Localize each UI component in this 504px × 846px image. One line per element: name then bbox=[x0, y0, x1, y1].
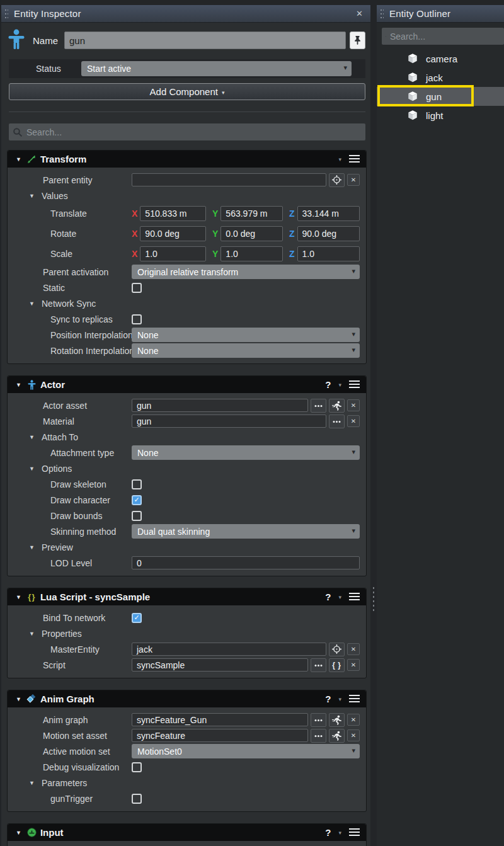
entity-list-item-light[interactable]: light bbox=[377, 106, 504, 125]
section-header[interactable]: ▼Input?▾ bbox=[8, 824, 366, 841]
entity-inspector-titlebar[interactable]: Entity Inspector ✕ bbox=[1, 5, 370, 23]
value-field[interactable]: gun bbox=[132, 414, 326, 428]
pick-entity-target-button[interactable] bbox=[329, 643, 345, 656]
value-field[interactable]: jack bbox=[132, 643, 326, 656]
clear-x-button[interactable]: ✕ bbox=[347, 659, 360, 671]
entity-list-item-jack[interactable]: jack bbox=[377, 68, 504, 87]
component-searchbox[interactable] bbox=[9, 123, 365, 140]
close-icon[interactable]: ✕ bbox=[356, 9, 363, 18]
collapse-caret-icon[interactable]: ▼ bbox=[16, 156, 21, 163]
splitter-grip-icon[interactable] bbox=[372, 586, 375, 614]
drag-grip-icon[interactable] bbox=[380, 8, 384, 20]
clear-x-button[interactable]: ✕ bbox=[347, 729, 360, 741]
value-dropdown[interactable]: None▾ bbox=[132, 328, 360, 342]
x-input[interactable]: 510.833 m bbox=[140, 206, 206, 221]
entity-name-input[interactable] bbox=[64, 31, 346, 49]
value-field[interactable]: syncFeature bbox=[132, 729, 308, 742]
section-menu-icon[interactable] bbox=[349, 155, 360, 163]
checkbox[interactable] bbox=[132, 283, 142, 293]
x-input[interactable]: 90.0 deg bbox=[140, 226, 206, 241]
open-in-editor-run-icon[interactable] bbox=[329, 729, 345, 743]
section-menu-icon[interactable] bbox=[349, 828, 360, 837]
panel-splitter[interactable] bbox=[370, 0, 377, 846]
section-header[interactable]: ▼Transform▾ bbox=[8, 151, 366, 168]
collapse-caret-icon[interactable]: ▼ bbox=[29, 544, 42, 551]
entity-list-item-camera[interactable]: camera bbox=[377, 49, 504, 68]
section-menu-icon[interactable] bbox=[349, 380, 360, 389]
checkbox[interactable] bbox=[132, 479, 142, 489]
browse-dots-button[interactable] bbox=[311, 399, 326, 413]
value-dropdown[interactable]: MotionSet0▾ bbox=[132, 744, 360, 758]
chevron-down-icon[interactable]: ▾ bbox=[338, 696, 341, 702]
browse-dots-button[interactable] bbox=[311, 713, 326, 727]
open-in-editor-run-icon[interactable] bbox=[329, 399, 345, 413]
chevron-down-icon: ▾ bbox=[352, 746, 355, 755]
drag-grip-icon[interactable] bbox=[4, 8, 8, 20]
help-icon[interactable]: ? bbox=[325, 827, 331, 838]
clear-x-button[interactable]: ✕ bbox=[347, 399, 360, 411]
pin-inspector-button[interactable] bbox=[350, 31, 365, 49]
value-field[interactable]: gun bbox=[132, 399, 308, 412]
collapse-caret-icon[interactable]: ▼ bbox=[16, 382, 21, 388]
collapse-caret-icon[interactable]: ▼ bbox=[16, 696, 21, 702]
chevron-down-icon[interactable]: ▾ bbox=[338, 156, 341, 163]
section-header[interactable]: ▼Actor?▾ bbox=[8, 376, 366, 393]
help-icon[interactable]: ? bbox=[325, 379, 331, 390]
x-input[interactable]: 1.0 bbox=[140, 246, 206, 261]
help-icon[interactable]: ? bbox=[325, 694, 331, 704]
checkbox[interactable]: ✓ bbox=[132, 495, 142, 505]
y-input[interactable]: 563.979 m bbox=[220, 206, 283, 221]
component-search-input[interactable] bbox=[23, 127, 365, 137]
status-dropdown[interactable]: Start active ▾ bbox=[81, 61, 352, 76]
collapse-caret-icon[interactable]: ▼ bbox=[16, 594, 21, 600]
outliner-searchbox[interactable] bbox=[382, 28, 504, 45]
open-in-editor-run-icon[interactable] bbox=[329, 713, 345, 727]
collapse-caret-icon[interactable]: ▼ bbox=[16, 830, 21, 836]
browse-dots-button[interactable] bbox=[329, 414, 345, 428]
clear-x-button[interactable]: ✕ bbox=[347, 714, 360, 726]
z-input[interactable]: 33.144 m bbox=[297, 206, 360, 221]
entity-list-item-gun[interactable]: gun bbox=[377, 87, 504, 106]
value-dropdown[interactable]: Original relative transform▾ bbox=[132, 265, 360, 279]
value-field[interactable]: syncFeature_Gun bbox=[132, 713, 308, 726]
value-field[interactable]: 0 bbox=[132, 556, 360, 569]
section-menu-icon[interactable] bbox=[349, 593, 360, 601]
collapse-caret-icon[interactable]: ▼ bbox=[29, 434, 42, 440]
checkbox[interactable] bbox=[132, 794, 142, 804]
clear-x-button[interactable]: ✕ bbox=[347, 643, 360, 655]
browse-dots-button[interactable] bbox=[311, 729, 326, 743]
clear-x-button[interactable]: ✕ bbox=[347, 415, 360, 427]
collapse-caret-icon[interactable]: ▼ bbox=[29, 193, 42, 199]
collapse-caret-icon[interactable]: ▼ bbox=[29, 466, 42, 472]
edit-script-braces-button[interactable]: { } bbox=[329, 658, 345, 672]
section-menu-icon[interactable] bbox=[349, 695, 360, 703]
checkbox[interactable]: ✓ bbox=[132, 613, 142, 623]
value-field[interactable]: syncSample bbox=[132, 658, 308, 672]
z-input[interactable]: 1.0 bbox=[297, 246, 360, 261]
y-input[interactable]: 1.0 bbox=[220, 246, 283, 261]
entity-outliner-titlebar[interactable]: Entity Outliner bbox=[377, 5, 504, 23]
clear-x-button[interactable]: ✕ bbox=[347, 174, 360, 186]
checkbox[interactable] bbox=[132, 314, 142, 324]
value-dropdown[interactable]: Dual quat skinning▾ bbox=[132, 524, 360, 539]
y-input[interactable]: 0.0 deg bbox=[220, 226, 283, 241]
browse-dots-button[interactable] bbox=[311, 658, 326, 672]
value-dropdown[interactable]: None▾ bbox=[132, 445, 360, 460]
value-dropdown[interactable]: None▾ bbox=[132, 343, 360, 358]
collapse-caret-icon[interactable]: ▼ bbox=[29, 780, 42, 786]
chevron-down-icon[interactable]: ▾ bbox=[338, 594, 341, 600]
z-input[interactable]: 90.0 deg bbox=[297, 226, 360, 241]
outliner-search-input[interactable] bbox=[386, 31, 504, 42]
checkbox[interactable] bbox=[132, 511, 142, 521]
section-header[interactable]: ▼Anim Graph?▾ bbox=[8, 690, 366, 707]
collapse-caret-icon[interactable]: ▼ bbox=[29, 631, 42, 637]
collapse-caret-icon[interactable]: ▼ bbox=[29, 300, 42, 307]
chevron-down-icon[interactable]: ▾ bbox=[338, 382, 341, 388]
add-component-button[interactable]: Add Component ▾ bbox=[9, 83, 365, 100]
checkbox[interactable] bbox=[132, 762, 142, 772]
section-header[interactable]: ▼{}Lua Script - syncSample?▾ bbox=[8, 588, 366, 605]
pick-entity-target-button[interactable] bbox=[329, 173, 345, 187]
help-icon[interactable]: ? bbox=[325, 592, 331, 602]
chevron-down-icon[interactable]: ▾ bbox=[338, 830, 341, 836]
value-field[interactable] bbox=[132, 173, 326, 186]
